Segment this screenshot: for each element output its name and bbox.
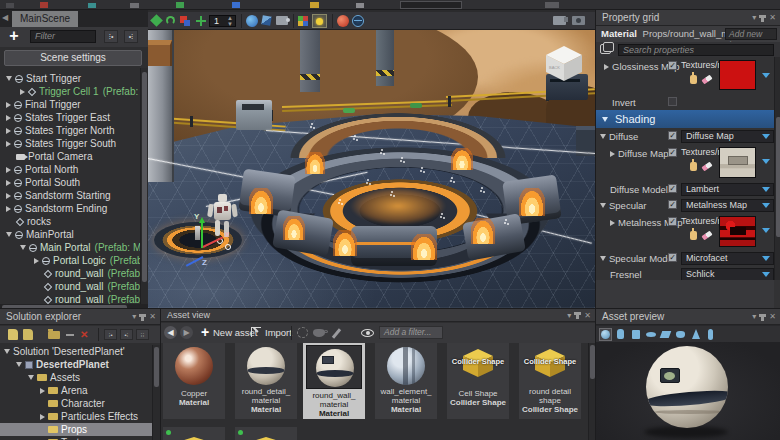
- row-specular-model[interactable]: Specular Model ✓ Microfacet: [596, 250, 774, 266]
- diffuse-dropdown[interactable]: Diffuse Map: [681, 130, 774, 143]
- dropdown-arrow-icon[interactable]: [762, 228, 770, 233]
- pin-icon[interactable]: [761, 15, 764, 22]
- dropdown-arrow-icon[interactable]: [762, 134, 770, 139]
- view-mode-icon-3[interactable]: ⁝⁝: [136, 329, 149, 340]
- close-icon[interactable]: ✕: [149, 312, 156, 322]
- tree-item-project[interactable]: DesertedPlanet: [0, 358, 152, 371]
- tree-item-main-portal[interactable]: Main Portal(Prefab: MainPortal): [0, 241, 140, 254]
- property-grid-scrollbar[interactable]: [774, 57, 780, 280]
- asset-tile-copper[interactable]: CopperMaterial: [163, 343, 225, 419]
- scene-filter-input[interactable]: Filter: [30, 30, 96, 43]
- expander-closed-icon[interactable]: [40, 388, 45, 394]
- preview-shape-sphere-icon[interactable]: [599, 328, 612, 341]
- expander-closed-icon[interactable]: [20, 89, 25, 95]
- entity-gizmo-icon[interactable]: [310, 126, 312, 128]
- expander-closed-icon[interactable]: [6, 102, 11, 108]
- dropdown-arrow-icon[interactable]: [762, 256, 770, 261]
- preview-shape-disc-icon[interactable]: [644, 328, 657, 341]
- tree-item-sandstorm-ending[interactable]: Sandstorm Ending: [0, 202, 140, 215]
- expander-open-icon[interactable]: [602, 117, 608, 122]
- tree-item-portal-north[interactable]: Portal North: [0, 163, 140, 176]
- expander-closed-icon[interactable]: [40, 414, 45, 420]
- pin-icon[interactable]: [576, 312, 579, 319]
- close-icon[interactable]: ✕: [769, 312, 776, 322]
- new-asset-button[interactable]: +: [201, 324, 209, 341]
- expander-closed-icon[interactable]: [34, 258, 39, 264]
- dropdown-icon[interactable]: ▾: [132, 312, 136, 322]
- preview-shape-capsule-icon[interactable]: [704, 328, 717, 341]
- forward-button[interactable]: ▶: [180, 326, 193, 339]
- tree-item-states-south[interactable]: States Trigger South: [0, 137, 140, 150]
- tree-item-round-wall-1[interactable]: round_wall(Prefab: MainPortal): [0, 267, 140, 280]
- new-item-icon[interactable]: [8, 329, 18, 340]
- entity-gizmo-icon[interactable]: [380, 152, 382, 154]
- solution-scrollbar[interactable]: [152, 345, 160, 440]
- new-folder-icon[interactable]: [23, 329, 33, 340]
- hand-pick-icon[interactable]: [690, 162, 697, 171]
- row-diffuse-map[interactable]: Diffuse Map ✓ Textures/n: [596, 144, 774, 181]
- eraser-icon[interactable]: [701, 162, 712, 172]
- dropdown-arrow-icon[interactable]: [762, 272, 770, 277]
- dropdown-icon[interactable]: ▾: [752, 13, 756, 23]
- expander-closed-icon[interactable]: [6, 115, 11, 121]
- wireframe-preview-icon[interactable]: [352, 15, 364, 27]
- dropdown-arrow-icon[interactable]: [762, 203, 770, 208]
- viewport-3d[interactable]: Y X Z BACK: [148, 30, 595, 308]
- snap-tool-icon[interactable]: [195, 15, 207, 27]
- dropdown-icon[interactable]: ▾: [752, 312, 756, 322]
- expander-open-icon[interactable]: [600, 134, 606, 139]
- expand-tree-icon[interactable]: ⁝•: [104, 30, 118, 43]
- eraser-icon[interactable]: [701, 75, 712, 85]
- fresnel-dropdown[interactable]: Schlick: [681, 268, 774, 280]
- expander-closed-icon[interactable]: [6, 167, 11, 173]
- dropdown-arrow-icon[interactable]: [762, 159, 770, 164]
- asset-tile-round-detail[interactable]: round_detail_ materialMaterial: [235, 343, 297, 419]
- view-mode-icon-1[interactable]: ⁝•: [104, 329, 117, 340]
- entity-gizmo-icon[interactable]: [390, 194, 392, 196]
- row-diffuse-model[interactable]: Diffuse Model ✓ Lambert: [596, 181, 774, 197]
- diffuse-map-checkbox[interactable]: ✓: [668, 148, 677, 157]
- expander-open-icon[interactable]: [4, 349, 10, 354]
- preview-shape-cone-icon[interactable]: [689, 328, 702, 341]
- glossiness-red-swatch[interactable]: [719, 60, 756, 90]
- metalness-map-checkbox[interactable]: ✓: [668, 217, 677, 226]
- rotate-tool-icon[interactable]: [165, 15, 177, 27]
- expander-open-icon[interactable]: [16, 362, 22, 367]
- specular-model-checkbox[interactable]: ✓: [668, 253, 677, 262]
- eraser-icon[interactable]: [701, 231, 712, 241]
- spinner-arrows-icon[interactable]: ▲▼: [227, 15, 233, 27]
- tree-item-portal-camera[interactable]: Portal Camera: [0, 150, 140, 163]
- entity-gizmo-icon[interactable]: [366, 182, 368, 184]
- specular-dropdown[interactable]: Metalness Map: [681, 199, 774, 212]
- tab-scroll-left-icon[interactable]: ◀: [2, 13, 8, 22]
- expander-open-icon[interactable]: [6, 76, 12, 81]
- tree-item-start-trigger[interactable]: Start Trigger: [0, 72, 140, 85]
- entity-gizmo-icon[interactable]: [450, 180, 452, 182]
- diffuse-model-checkbox[interactable]: ✓: [668, 184, 677, 193]
- tree-item-solution[interactable]: Solution 'DesertedPlanet': [0, 345, 152, 358]
- expander-closed-icon[interactable]: [6, 141, 11, 147]
- viewport-camera-icon[interactable]: [553, 16, 566, 25]
- asset-tile-partial-1[interactable]: [163, 427, 225, 440]
- dropdown-arrow-icon[interactable]: [762, 73, 770, 78]
- tree-item-states-east[interactable]: States Trigger East: [0, 111, 140, 124]
- preview-shape-cylinder-icon[interactable]: [614, 328, 627, 341]
- preview-viewport[interactable]: [596, 342, 780, 440]
- render-mode-icon[interactable]: [297, 15, 309, 27]
- row-diffuse[interactable]: Diffuse ✓ Diffuse Map: [596, 128, 774, 144]
- dropdown-arrow-icon[interactable]: [762, 187, 770, 192]
- translate-tool-icon[interactable]: [151, 15, 163, 27]
- preview-shape-teapot-icon[interactable]: [674, 328, 687, 341]
- diffuse-checkbox[interactable]: ✓: [668, 131, 677, 140]
- visibility-filter-icon[interactable]: [361, 329, 374, 337]
- entity-gizmo-icon[interactable]: [400, 160, 402, 162]
- expander-closed-icon[interactable]: [6, 180, 11, 186]
- asset-tile-round-detail-shape[interactable]: Collider Shape round detail shapeCollide…: [519, 343, 581, 419]
- asset-template-icon[interactable]: [313, 329, 325, 337]
- entity-gizmo-icon[interactable]: [480, 190, 482, 192]
- search-properties-input[interactable]: Search properties: [618, 44, 774, 56]
- tree-item-round-wall-2[interactable]: round_wall(Prefab: MainPortal): [0, 280, 140, 293]
- tree-item-assets[interactable]: Assets: [0, 371, 152, 384]
- section-shading[interactable]: Shading: [596, 110, 774, 128]
- row-invert[interactable]: Invert: [596, 95, 774, 110]
